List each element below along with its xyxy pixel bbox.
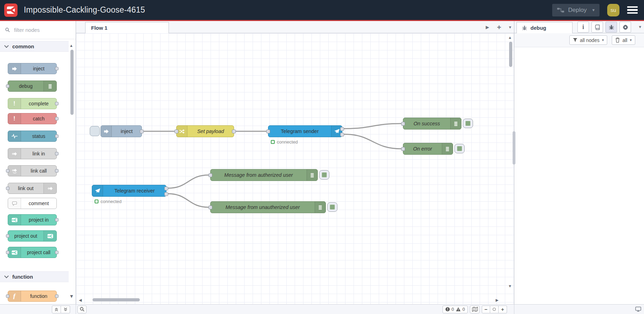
tab-debug[interactable]: debug <box>516 22 573 33</box>
debug-tool-button[interactable] <box>605 22 617 33</box>
notifications-button[interactable]: 0 0 <box>443 306 468 313</box>
palette-node-debug[interactable]: debug <box>8 81 57 92</box>
next-flow-button[interactable]: ▶ <box>486 25 489 30</box>
zoom-in-button[interactable]: + <box>499 306 507 313</box>
deploy-caret-icon[interactable]: ▾ <box>591 7 595 13</box>
sidebar-menu-button[interactable]: ▾ <box>639 24 641 29</box>
help-tool-button[interactable] <box>591 22 603 33</box>
debug-clear-button[interactable]: all ▾ <box>612 35 635 45</box>
funnel-icon <box>573 38 577 42</box>
zoom-reset-button[interactable] <box>490 306 499 313</box>
canvas-h-scrollbar: ◀ ▶ <box>76 297 514 303</box>
palette-node-project-out[interactable]: project out <box>8 230 57 242</box>
debug-enable-toggle[interactable] <box>463 119 473 128</box>
input-port[interactable] <box>401 122 405 126</box>
wire-telegram-receiver-to-msg-auth[interactable] <box>168 175 208 188</box>
debug-enable-toggle[interactable] <box>319 170 329 180</box>
monitor-icon[interactable] <box>635 307 641 312</box>
input-port[interactable] <box>401 147 405 151</box>
info-tool-button[interactable]: i <box>577 22 589 33</box>
flow-list-button[interactable]: ▾ <box>509 25 511 30</box>
flow-node-on-error[interactable]: On error <box>403 143 453 155</box>
sidebar-tabbar: debug i ▾ <box>514 21 644 33</box>
deploy-icon <box>557 7 564 13</box>
main-menu-button[interactable] <box>627 6 638 14</box>
port-in <box>6 294 9 298</box>
flow-node-set-payload[interactable]: Set payload <box>176 125 234 137</box>
palette-node-status[interactable]: status <box>8 131 57 142</box>
input-port[interactable] <box>208 173 212 177</box>
deploy-button[interactable]: Deploy ▾ <box>552 4 600 16</box>
palette-node-link-in[interactable]: link in <box>8 148 57 159</box>
flow-node-msg-unauth[interactable]: Message from unautherized user <box>210 201 326 213</box>
palette-category-function[interactable]: function <box>0 271 69 282</box>
palette-node-link-out[interactable]: link out <box>8 183 57 194</box>
collapse-categories-button[interactable] <box>52 306 61 313</box>
flow-node-on-success[interactable]: On success <box>403 118 461 130</box>
palette-node-label: complete <box>21 98 56 109</box>
category-label: function <box>12 274 33 280</box>
output-port-1[interactable] <box>164 187 168 190</box>
palette-node-link-call[interactable]: link call <box>8 165 57 176</box>
palette-scrollbar-thumb[interactable] <box>70 50 74 115</box>
search-flows-button[interactable] <box>77 306 87 313</box>
config-tool-button[interactable] <box>619 22 631 33</box>
tab-flow-1[interactable]: Flow 1 <box>85 22 169 33</box>
palette-filter-input[interactable] <box>13 27 64 33</box>
chevron-down-icon <box>4 43 9 48</box>
input-port[interactable] <box>174 130 178 133</box>
node-palette: commoninjectdebug!complete!catchstatusli… <box>0 21 76 304</box>
wire-telegram-sender-to-on-success[interactable] <box>344 124 401 129</box>
palette-node-complete[interactable]: !complete <box>8 98 57 109</box>
flow-node-inject[interactable]: inject <box>101 125 142 137</box>
output-port-2[interactable] <box>340 133 344 137</box>
debug-tab-label: debug <box>530 25 546 31</box>
palette-node-inject[interactable]: inject <box>8 63 57 74</box>
scroll-right-arrow[interactable]: ▶ <box>496 298 499 302</box>
flow-node-msg-auth[interactable]: Message from autherized user <box>210 169 318 181</box>
palette-node-label: link in <box>21 148 56 159</box>
status-connected-icon <box>271 140 275 144</box>
scroll-left-arrow[interactable]: ◀ <box>79 298 82 302</box>
flow-canvas[interactable]: ◀ ▶ ▲ ▼ injectSet payloadTelegram sender… <box>76 33 514 304</box>
palette-node-comment[interactable]: comment <box>8 198 57 209</box>
scroll-down-arrow[interactable]: ▼ <box>508 284 512 288</box>
palette-scroll-up[interactable]: ▲ <box>69 43 73 48</box>
scroll-up-arrow[interactable]: ▲ <box>508 35 512 40</box>
h-scrollbar-thumb[interactable] <box>93 298 140 301</box>
palette-category-common[interactable]: common <box>0 41 69 52</box>
debug-enable-toggle[interactable] <box>454 144 465 153</box>
palette-node-function[interactable]: ƒfunction <box>8 291 57 302</box>
debug-enable-toggle[interactable] <box>327 202 337 212</box>
palette-node-project-call[interactable]: project call <box>8 247 57 258</box>
node-status: connected <box>95 199 122 204</box>
inject-trigger-button[interactable] <box>90 126 100 136</box>
input-port[interactable] <box>208 205 212 209</box>
user-avatar[interactable]: su <box>607 4 619 16</box>
node-label: Set payload <box>187 126 234 137</box>
flow-node-telegram-sender[interactable]: Telegram sender <box>268 125 342 137</box>
status-label: connected <box>277 139 298 145</box>
wire-telegram-sender-to-on-error[interactable] <box>344 134 401 149</box>
status-connected-icon <box>95 200 98 203</box>
output-port-1[interactable] <box>340 127 344 131</box>
expand-categories-button[interactable] <box>61 306 70 313</box>
debug-messages-panel <box>514 47 644 304</box>
debug-filter-button[interactable]: all nodes ▾ <box>569 35 608 45</box>
sidebar-resize-grip[interactable] <box>513 131 515 165</box>
output-port-2[interactable] <box>164 192 168 196</box>
debug-list-icon <box>43 81 56 91</box>
palette-scroll-down[interactable]: ▼ <box>69 293 74 299</box>
output-port[interactable] <box>232 130 236 133</box>
palette-node-catch[interactable]: !catch <box>8 113 57 124</box>
flow-node-telegram-receiver[interactable]: Telegram receiver <box>92 185 166 197</box>
zoom-out-button[interactable]: − <box>482 306 490 313</box>
debug-clear-label: all <box>622 37 627 43</box>
palette-node-project-in[interactable]: project in <box>8 214 57 225</box>
add-flow-button[interactable]: + <box>497 23 501 32</box>
navigator-button[interactable] <box>470 306 480 313</box>
output-port[interactable] <box>140 130 144 133</box>
wire-telegram-receiver-to-msg-unauth[interactable] <box>168 194 208 208</box>
v-scrollbar-thumb[interactable] <box>509 42 512 67</box>
input-port[interactable] <box>266 130 270 133</box>
